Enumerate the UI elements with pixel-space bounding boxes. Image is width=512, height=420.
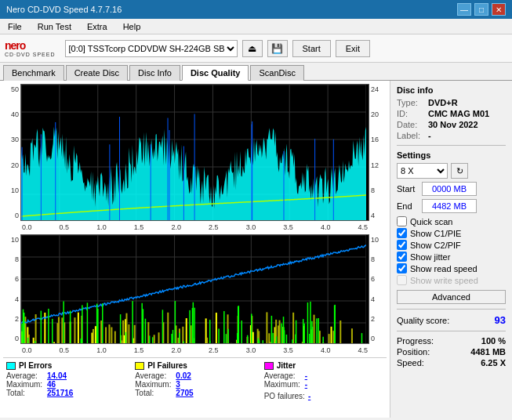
- pi-failures-avg: 0.02: [176, 371, 191, 380]
- y-lower-2: 2: [3, 315, 19, 323]
- window-controls: — □ ✕: [457, 3, 506, 16]
- start-input[interactable]: [422, 182, 477, 196]
- nero-logo-sub: CD·DVD SPEED: [5, 52, 56, 57]
- save-button[interactable]: 💾: [267, 40, 288, 57]
- nero-logo-text: nero: [5, 39, 25, 52]
- y-upper-10: 10: [3, 186, 19, 194]
- start-button[interactable]: Start: [292, 40, 331, 57]
- tab-disc-info[interactable]: Disc Info: [129, 65, 180, 81]
- maximize-button[interactable]: □: [474, 3, 488, 16]
- show-c1-label: Show C1/PIE: [410, 229, 461, 238]
- quick-scan-checkbox[interactable]: [397, 216, 407, 226]
- y-upper-right-24: 24: [371, 85, 387, 93]
- y-lower-right-2: 2: [371, 315, 387, 323]
- show-c1-checkbox[interactable]: [397, 228, 407, 238]
- show-jitter-label: Show jitter: [410, 252, 450, 262]
- menu-bar: File Run Test Extra Help: [0, 19, 512, 34]
- pi-errors-color: [6, 362, 16, 370]
- id-label: ID:: [397, 109, 425, 118]
- y-upper-40: 40: [3, 110, 19, 118]
- right-panel: Disc info Type: DVD+R ID: CMC MAG M01 Da…: [390, 81, 512, 418]
- upper-x-axis: 0.0 0.5 1.0 1.5 2.0 2.5 3.0 3.5 4.0 4.5: [3, 223, 387, 231]
- speed-selector[interactable]: 8 X: [397, 163, 448, 179]
- settings-title: Settings: [397, 150, 506, 160]
- menu-help[interactable]: Help: [118, 21, 146, 32]
- show-c2-label: Show C2/PIF: [410, 241, 461, 250]
- app-title: Nero CD-DVD Speed 4.7.7.16: [6, 5, 122, 14]
- jitter-label: Jitter: [277, 361, 296, 370]
- nero-logo: nero CD·DVD SPEED: [5, 39, 56, 57]
- minimize-button[interactable]: —: [457, 3, 471, 16]
- divider-2: [397, 309, 506, 310]
- tab-disc-quality[interactable]: Disc Quality: [182, 65, 249, 81]
- show-c1-row: Show C1/PIE: [397, 228, 506, 238]
- po-failures: -: [308, 392, 310, 400]
- chart-area: 50 40 30 20 10 0 24 20 16 12 8: [0, 81, 390, 418]
- main-content: 50 40 30 20 10 0 24 20 16 12 8: [0, 81, 512, 418]
- show-write-row: Show write speed: [397, 275, 506, 285]
- y-upper-30: 30: [3, 136, 19, 143]
- close-button[interactable]: ✕: [492, 3, 506, 16]
- y-lower-8: 8: [3, 255, 19, 263]
- divider-1: [397, 145, 506, 146]
- exit-button[interactable]: Exit: [336, 40, 370, 57]
- show-read-checkbox[interactable]: [397, 263, 407, 273]
- divider-3: [397, 331, 506, 331]
- date-value: 30 Nov 2022: [428, 120, 478, 129]
- y-lower-10: 10: [3, 236, 19, 244]
- y-upper-50: 50: [3, 85, 19, 93]
- refresh-button[interactable]: ↻: [451, 163, 468, 179]
- speed-settings-row: 8 X ↻: [397, 163, 506, 179]
- pi-failures-total: 2705: [176, 389, 193, 397]
- tab-bar: Benchmark Create Disc Disc Info Disc Qua…: [0, 63, 512, 81]
- eject-button[interactable]: ⏏: [242, 40, 263, 57]
- end-input[interactable]: [422, 199, 477, 213]
- jitter-color: [264, 362, 274, 370]
- position-label: Position:: [397, 347, 430, 357]
- show-write-checkbox: [397, 275, 407, 285]
- lower-x-axis: 0.0 0.5 1.0 1.5 2.0 2.5 3.0 3.5 4.0 4.5: [3, 346, 387, 354]
- y-lower-right-0: 0: [371, 335, 387, 342]
- date-label: Date:: [397, 120, 425, 129]
- pi-errors-max: 46: [47, 380, 56, 389]
- y-upper-right-12: 12: [371, 161, 387, 169]
- jitter-avg: -: [305, 371, 307, 380]
- label-value: -: [428, 131, 431, 140]
- progress-label: Progress:: [397, 336, 434, 346]
- show-read-label: Show read speed: [410, 264, 478, 273]
- quality-score: 93: [495, 314, 506, 326]
- pi-errors-avg: 14.04: [47, 371, 67, 380]
- y-lower-0: 0: [3, 335, 19, 342]
- jitter-max: -: [305, 380, 307, 389]
- y-upper-right-4: 4: [371, 212, 387, 219]
- title-bar: Nero CD-DVD Speed 4.7.7.16 — □ ✕: [0, 0, 512, 19]
- pi-errors-group: PI Errors Average:14.04 Maximum:46 Total…: [6, 361, 129, 400]
- quality-row: Quality score: 93: [397, 314, 506, 326]
- pi-failures-color: [135, 362, 144, 370]
- speed-label: Speed:: [397, 358, 424, 368]
- menu-run-test[interactable]: Run Test: [33, 21, 76, 32]
- show-read-row: Show read speed: [397, 263, 506, 273]
- drive-selector[interactable]: [0:0] TSSTcorp CDDVDW SH-224GB SB00: [65, 40, 238, 57]
- show-c2-checkbox[interactable]: [397, 240, 407, 250]
- label-label: Label:: [397, 131, 425, 140]
- tab-create-disc[interactable]: Create Disc: [66, 65, 128, 81]
- y-lower-right-8: 8: [371, 255, 387, 263]
- advanced-button[interactable]: Advanced: [397, 290, 506, 304]
- show-jitter-checkbox[interactable]: [397, 252, 407, 262]
- y-lower-4: 4: [3, 295, 19, 303]
- quick-scan-row: Quick scan: [397, 216, 506, 226]
- progress-value: 100 %: [481, 336, 506, 346]
- y-upper-right-16: 16: [371, 136, 387, 143]
- y-upper-right-8: 8: [371, 186, 387, 194]
- tab-benchmark[interactable]: Benchmark: [3, 65, 64, 81]
- tab-scan-disc[interactable]: ScanDisc: [250, 65, 303, 81]
- menu-extra[interactable]: Extra: [82, 21, 112, 32]
- menu-file[interactable]: File: [3, 21, 27, 32]
- type-label: Type:: [397, 98, 425, 107]
- show-c2-row: Show C2/PIF: [397, 240, 506, 250]
- y-lower-right-10: 10: [371, 236, 387, 244]
- quality-label: Quality score:: [397, 316, 449, 325]
- show-jitter-row: Show jitter: [397, 252, 506, 262]
- lower-chart: [20, 234, 369, 344]
